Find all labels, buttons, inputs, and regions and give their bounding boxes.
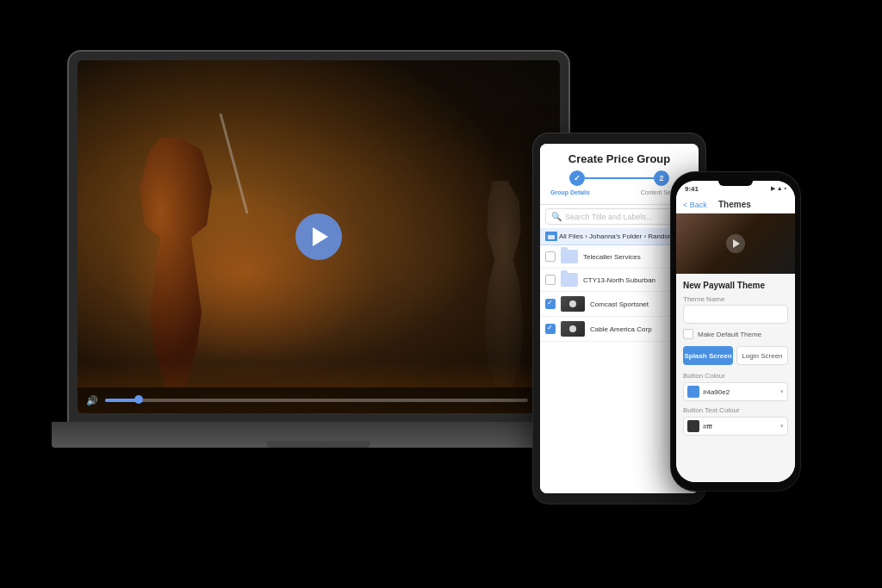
- search-placeholder: Search Title and Labels...: [565, 213, 653, 221]
- stepper: ✓ 2: [547, 170, 692, 186]
- play-button[interactable]: [295, 214, 342, 260]
- step-1[interactable]: ✓: [569, 170, 585, 186]
- file-checkbox-4[interactable]: [545, 324, 556, 334]
- folder-icon-2: [561, 273, 578, 287]
- button-colour-select[interactable]: #4a90e2 ▾: [683, 382, 788, 401]
- breadcrumb-folder-icon: [545, 232, 557, 241]
- svg-rect-0: [548, 235, 555, 239]
- step-1-label: Group Details: [550, 189, 590, 195]
- screen-type-buttons: Splash Screen Login Screen: [683, 346, 788, 365]
- volume-icon[interactable]: 🔊: [86, 395, 98, 406]
- phone-screen: 9:41 ▶ ▲ ▪ < Back Themes New Paywall The…: [676, 181, 795, 482]
- default-checkbox-row[interactable]: Make Default Theme: [683, 329, 788, 339]
- phone-video-thumbnail[interactable]: [676, 214, 795, 274]
- button-colour-value: #4a90e2: [703, 388, 777, 396]
- phone-header-title: Themes: [718, 200, 751, 209]
- laptop-base: [52, 422, 586, 448]
- phone-nav-header: < Back Themes: [676, 196, 795, 214]
- step-2[interactable]: 2: [654, 170, 669, 186]
- button-colour-label: Button Colour: [683, 372, 788, 380]
- step-2-number: 2: [659, 174, 663, 183]
- phone-status-icons: ▶ ▲ ▪: [771, 185, 786, 192]
- progress-track[interactable]: [105, 399, 528, 402]
- step-1-number: ✓: [574, 174, 581, 183]
- file-checkbox-2[interactable]: [545, 275, 556, 285]
- laptop-device: 🔊 0:05: [52, 52, 586, 499]
- login-screen-button[interactable]: Login Screen: [736, 346, 788, 365]
- laptop-screen-inner: 🔊 0:05: [78, 60, 560, 413]
- concert-video: 🔊 0:05: [78, 60, 560, 413]
- progress-dot: [134, 395, 143, 404]
- video-play-4: [569, 325, 576, 332]
- folder-icon-1: [561, 250, 578, 263]
- splash-screen-button[interactable]: Splash Screen: [683, 346, 733, 365]
- chevron-down-icon-2: ▾: [780, 423, 784, 430]
- phone-time: 9:41: [685, 185, 699, 193]
- theme-name-input[interactable]: [683, 305, 788, 324]
- button-colour-swatch: [687, 386, 699, 398]
- phone-device: 9:41 ▶ ▲ ▪ < Back Themes New Paywall The…: [671, 172, 800, 491]
- step-labels: Group Details Content Selection: [547, 189, 692, 195]
- default-theme-checkbox[interactable]: [683, 329, 693, 339]
- theme-name-label: Theme Name: [683, 295, 788, 303]
- video-thumb-4: [561, 321, 585, 337]
- video-play-3: [569, 300, 576, 307]
- search-icon: 🔍: [551, 212, 562, 221]
- phone-section-title: New Paywall Theme: [683, 281, 788, 290]
- video-controls-bar: 🔊 0:05: [78, 387, 560, 413]
- button-text-colour-select[interactable]: #fff ▾: [683, 417, 788, 436]
- breadcrumb-text: All Files › Johanna's Folder › Random: [559, 232, 674, 240]
- button-text-colour-value: #fff: [703, 423, 777, 430]
- file-checkbox-3[interactable]: [545, 299, 556, 309]
- phone-video-play-button[interactable]: [726, 234, 745, 253]
- phone-body: New Paywall Theme Theme Name Make Defaul…: [676, 274, 795, 482]
- default-theme-label: Make Default Theme: [698, 331, 761, 338]
- button-text-colour-swatch: [687, 420, 699, 432]
- phone-back-button[interactable]: < Back: [683, 201, 707, 209]
- chevron-down-icon: ▾: [780, 388, 784, 395]
- phone-notch: [718, 181, 753, 186]
- button-text-colour-label: Button Text Colour: [683, 406, 788, 414]
- laptop-screen-outer: 🔊 0:05: [69, 52, 568, 422]
- tablet-title: Create Price Group: [547, 152, 692, 165]
- file-checkbox-1[interactable]: [545, 251, 556, 262]
- step-line: [585, 177, 654, 179]
- video-thumb-3: [561, 296, 585, 312]
